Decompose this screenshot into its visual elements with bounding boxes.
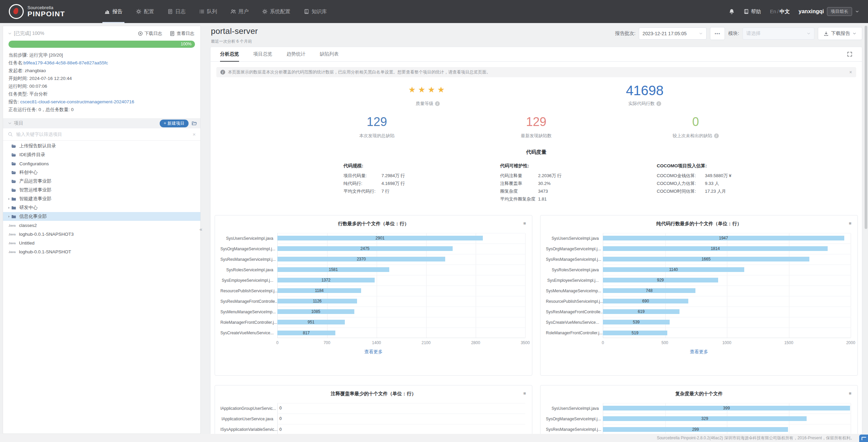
tree-item-Configurations[interactable]: Configurations	[3, 159, 200, 168]
task-info-row: 当前步骤: 运行完毕 [20/20]	[8, 51, 195, 59]
sidebar-collapse-handle[interactable]: «	[198, 222, 204, 236]
chart-bar-value: 748	[646, 288, 653, 293]
tree-item-IDE插件目录[interactable]: IDE插件目录	[3, 150, 200, 159]
defect-stat-label: 较上次未检出的缺陷i	[616, 133, 775, 139]
help-book-icon	[744, 9, 749, 14]
chart-bar-row: SysCreateVueMenuService...539	[546, 317, 852, 328]
chart-category-label: RoleManagerFrontController.j...	[220, 320, 277, 325]
language-toggle[interactable]: En/中文	[770, 8, 790, 15]
tab-趋势统计[interactable]: 趋势统计	[287, 47, 305, 61]
app-root: Sourcebrella PINPOINT 报告配置日志队列用户系统配置知识库 …	[0, 0, 868, 442]
info-icon[interactable]: i	[656, 101, 661, 106]
chart-title: 复杂度最大的十个文件	[546, 391, 852, 397]
module-label: 模块:	[728, 30, 739, 37]
chart-bar-value: 1184	[315, 288, 324, 293]
brand-product: PINPOINT	[27, 10, 65, 18]
nav-item-队列[interactable]: 队列	[192, 0, 224, 23]
info-icon[interactable]: i	[435, 101, 440, 106]
task-info-row: 报告: cscec81-cloud-service-constructmanag…	[8, 98, 195, 106]
chevron-down-icon[interactable]	[8, 31, 12, 36]
caret-right-icon[interactable]	[6, 206, 11, 210]
download-log-button[interactable]: 下载日志	[138, 30, 162, 37]
user-menu[interactable]: yanxingqi 项目组长	[798, 7, 859, 16]
nav-item-用户[interactable]: 用户	[224, 0, 255, 23]
chart-bar-value: 1665	[702, 257, 711, 261]
nav-item-系统配置[interactable]: 系统配置	[255, 0, 297, 23]
tree-item-研发中心[interactable]: 研发中心	[3, 203, 200, 212]
task-info-list: 当前步骤: 运行完毕 [20/20]任务名:b9fea179-436d-4c58…	[3, 50, 200, 117]
metric-row: 平均文件圈复杂度1.81	[500, 195, 657, 203]
caret-right-icon[interactable]	[6, 197, 11, 201]
tree-item-label: 产品运营事业部	[19, 178, 52, 184]
defect-stat-label: 本次发现的总缺陷	[297, 133, 457, 139]
nav-item-报告[interactable]: 报告	[98, 0, 129, 23]
defect-stat-value: 129	[297, 115, 457, 128]
chart-category-label: SysMenuManageServiceImp...	[220, 310, 277, 314]
tree-item-loghub-0.0.1-SNAPSHOT3[interactable]: Javaloghub-0.0.1-SNAPSHOT3	[3, 230, 200, 238]
brand-logo[interactable]: Sourcebrella PINPOINT	[0, 4, 65, 19]
task-info-row: 任务类型: 平台分析	[8, 90, 195, 98]
star-icon: ★	[428, 85, 438, 94]
chart-menu-icon[interactable]: ≡	[849, 221, 851, 226]
chart-category-label: SysUsersServiceImpl.java	[546, 406, 603, 411]
document-icon	[170, 31, 175, 36]
tab-缺陷列表[interactable]: 缺陷列表	[320, 47, 339, 61]
help-button[interactable]: 帮助	[744, 8, 761, 15]
metric-value: 7.2984万 行	[381, 172, 405, 180]
tab-分析总览[interactable]: 分析总览	[220, 47, 239, 61]
tree-item-信息化事业部[interactable]: 信息化事业部	[3, 212, 200, 221]
chart-menu-icon[interactable]: ≡	[523, 391, 526, 396]
report-batch-select[interactable]: 2023-12-21 17:05:05	[639, 27, 707, 40]
task-info-value[interactable]: b9fea179-436d-4c58-88e6-87e827aa55fc	[23, 60, 108, 65]
tab-项目总览[interactable]: 项目总览	[253, 47, 272, 61]
open-folder-action-icon[interactable]	[192, 121, 197, 126]
module-select[interactable]: 请选择	[743, 27, 814, 40]
chart-menu-icon[interactable]: ≡	[523, 221, 526, 226]
metric-label: COCOMO时间估算:	[657, 187, 705, 195]
info-icon[interactable]: i	[714, 133, 719, 138]
more-actions-button[interactable]: •••	[710, 27, 725, 40]
nav-item-日志[interactable]: 日志	[161, 0, 192, 23]
axis-tick-label: 0	[602, 340, 604, 345]
metric-value: 2.2036万 行	[538, 172, 561, 180]
nav-item-知识库[interactable]: 知识库	[297, 0, 334, 23]
task-info-value[interactable]: cscec81-cloud-service-constructmanagemen…	[20, 99, 134, 104]
download-report-button[interactable]: 下载报告	[818, 27, 862, 40]
top-navbar: Sourcebrella PINPOINT 报告配置日志队列用户系统配置知识库 …	[0, 0, 868, 23]
chart-menu-icon[interactable]: ≡	[849, 391, 851, 396]
metric-label: 平均文件圈复杂度	[500, 195, 538, 203]
tree-item-classes2[interactable]: Javaclasses2	[3, 221, 200, 230]
notification-bell-icon[interactable]	[729, 8, 735, 15]
caret-right-icon[interactable]	[6, 215, 11, 218]
page-scrollbar[interactable]	[865, 26, 867, 229]
view-more-link[interactable]: 查看更多	[220, 349, 527, 355]
new-project-button[interactable]: + 新建项目	[160, 120, 189, 127]
fullscreen-icon[interactable]	[847, 51, 852, 57]
tree-item-产品运营事业部[interactable]: 产品运营事业部	[3, 177, 200, 186]
tree-item-上传报告默认目录[interactable]: 上传报告默认目录	[3, 142, 200, 150]
project-search-input[interactable]	[16, 131, 190, 137]
axis-tick-label: 1400	[372, 340, 381, 345]
tree-item-科创中心[interactable]: 科创中心	[3, 168, 200, 177]
nav-item-配置[interactable]: 配置	[129, 0, 161, 23]
chart-bar-area: 1140	[603, 265, 851, 275]
tree-item-Untitled[interactable]: JavaUntitled	[3, 238, 200, 247]
tree-item-智慧运维事业部[interactable]: 智慧运维事业部	[3, 186, 200, 194]
username: yanxingqi	[798, 8, 824, 15]
folder-open-icon	[11, 188, 16, 193]
chart-bar-area: 1372	[277, 275, 525, 286]
view-more-link[interactable]: 查看更多	[546, 349, 852, 355]
chat-widget-button[interactable]	[859, 435, 868, 442]
chart-bar-row: SysOrgManageServiceImpl.j...329	[546, 414, 852, 424]
clear-search-icon[interactable]: ×	[193, 131, 196, 137]
stats-row-defects: 129本次发现的总缺陷129最新发现缺陷数0较上次未检出的缺陷i	[211, 115, 862, 139]
main-content: portal-server 最近一次分析 6 个月前 报告批次: 2023-12…	[206, 23, 868, 442]
tree-item-loghub-0.0.1-SNAPSHOT[interactable]: Javaloghub-0.0.1-SNAPSHOT	[3, 247, 200, 256]
metric-label: 代码注释量	[500, 172, 538, 180]
banner-close-icon[interactable]: ×	[849, 69, 852, 75]
quality-grade-stat: ★★★★ 质量等级 i	[319, 85, 536, 107]
chart-bar-value: 1947	[719, 236, 728, 240]
tree-item-智能建造事业部[interactable]: 智能建造事业部	[3, 194, 200, 203]
view-log-button[interactable]: 查看日志	[170, 30, 194, 37]
chevron-down-icon[interactable]	[8, 121, 12, 125]
